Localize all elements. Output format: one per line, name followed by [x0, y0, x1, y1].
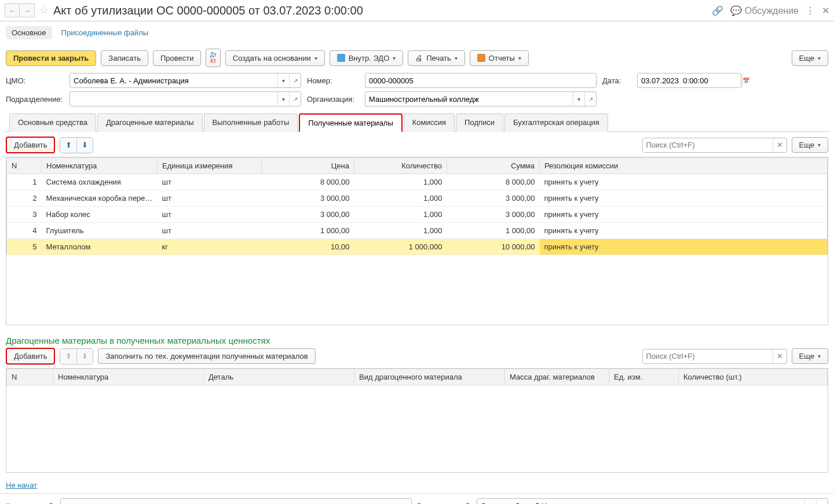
precious-col-header[interactable]: Количество (шт.) — [679, 369, 828, 385]
tab-0[interactable]: Основные средства — [9, 113, 96, 132]
move-down-button[interactable]: ⬇ — [76, 138, 93, 153]
tab-2[interactable]: Выполненные работы — [204, 113, 298, 132]
edo-icon — [337, 54, 345, 62]
discussion-button[interactable]: 💬 Обсуждение — [730, 5, 799, 16]
precious-search[interactable]: ✕ — [642, 349, 787, 364]
date-label: Дата: — [602, 76, 631, 85]
chevron-down-icon: ▾ — [314, 55, 317, 61]
precious-col-header[interactable]: Деталь — [204, 369, 354, 385]
page-title: Акт об утилизации ОС 0000-000005 от 03.0… — [53, 4, 712, 17]
cmo-label: ЦМО: — [6, 76, 64, 85]
create-based-on-button[interactable]: Создать на основании▾ — [225, 50, 325, 66]
comment-label: Комментарий: — [6, 502, 56, 505]
chevron-down-icon[interactable]: ▾ — [277, 73, 289, 87]
table-row[interactable]: 2Механическая коробка пере…шт3 000,001,0… — [7, 190, 828, 207]
nav-back-button[interactable]: ← — [5, 3, 20, 17]
add-material-button[interactable]: Добавить — [6, 137, 55, 153]
tab-4[interactable]: Комиссия — [404, 113, 455, 132]
fill-from-docs-button[interactable]: Заполнить по тех. документации полученны… — [98, 348, 315, 364]
dept-label: Подразделение: — [6, 95, 64, 104]
report-icon — [477, 54, 485, 62]
table-row[interactable]: 4Глушительшт1 000,001,0001 000,00принять… — [7, 223, 828, 239]
clear-search-icon[interactable]: ✕ — [773, 138, 787, 152]
clear-search-icon[interactable]: ✕ — [773, 350, 787, 363]
move-down-button[interactable]: ⬇ — [76, 349, 93, 364]
precious-col-header[interactable]: Масса драг. материалов — [505, 369, 609, 385]
tab-3[interactable]: Полученные материалы — [299, 113, 403, 132]
chevron-down-icon[interactable]: ▾ — [277, 92, 289, 106]
materials-search[interactable]: ✕ — [642, 138, 787, 153]
close-icon[interactable]: ✕ — [822, 5, 829, 16]
materials-col-header[interactable]: Резолюция комиссии — [540, 158, 828, 174]
materials-col-header[interactable]: Цена — [262, 158, 354, 174]
chevron-down-icon: ▾ — [818, 55, 821, 61]
chevron-down-icon: ▾ — [393, 55, 396, 61]
org-label: Организация: — [307, 95, 359, 104]
post-button[interactable]: Провести — [153, 50, 202, 66]
materials-more-button[interactable]: Еще▾ — [792, 137, 828, 153]
favorite-icon[interactable]: ☆ — [39, 4, 49, 17]
number-field[interactable] — [365, 73, 597, 88]
chevron-down-icon: ▾ — [518, 55, 521, 61]
precious-section-title: Драгоценные материалы в полученных матер… — [0, 330, 834, 348]
chevron-down-icon: ▾ — [818, 353, 821, 359]
more-button[interactable]: Еще▾ — [792, 50, 828, 66]
printer-icon: 🖨 — [415, 54, 423, 62]
org-field[interactable]: ▾ ↗ — [365, 91, 597, 106]
chevron-down-icon: ▾ — [818, 142, 821, 148]
add-precious-button[interactable]: Добавить — [6, 348, 55, 365]
edo-button[interactable]: Внутр. ЭДО▾ — [330, 50, 404, 66]
responsible-field[interactable]: ▾ ↗ — [477, 498, 828, 504]
save-button[interactable]: Записать — [101, 50, 148, 66]
kebab-menu-icon[interactable]: ⋮ — [806, 5, 815, 16]
open-icon[interactable]: ↗ — [584, 92, 596, 106]
open-icon[interactable]: ↗ — [816, 499, 828, 504]
responsible-label: Ответственный: — [416, 502, 472, 505]
materials-table[interactable]: NНоменклатураЕдиница измеренияЦенаКоличе… — [6, 157, 828, 255]
open-icon[interactable]: ↗ — [289, 92, 301, 106]
materials-col-header[interactable]: Единица измерения — [158, 158, 262, 174]
tab-6[interactable]: Бухгалтерская операция — [504, 113, 608, 132]
table-row[interactable]: 3Набор колесшт3 000,001,0003 000,00приня… — [7, 207, 828, 223]
precious-col-header[interactable]: Номенклатура — [53, 369, 204, 385]
chevron-down-icon: ▾ — [455, 55, 458, 61]
precious-col-header[interactable]: Ед. изм. — [609, 369, 679, 385]
calendar-icon[interactable]: 📅 — [742, 73, 749, 87]
subnav-main[interactable]: Основное — [6, 26, 52, 39]
materials-col-header[interactable]: Номенклатура — [42, 158, 158, 174]
print-button[interactable]: 🖨Печать▾ — [408, 50, 465, 66]
chevron-down-icon[interactable]: ▾ — [804, 499, 816, 504]
table-row[interactable]: 1Система охлажденияшт8 000,001,0008 000,… — [7, 174, 828, 190]
dtkt-button[interactable]: ДтКт — [206, 49, 220, 67]
comment-field[interactable] — [60, 498, 412, 504]
dept-field[interactable]: ▾ ↗ — [70, 91, 301, 106]
status-link[interactable]: Не начат — [6, 481, 37, 490]
materials-col-header[interactable]: N — [7, 158, 42, 174]
link-icon[interactable]: 🔗 — [712, 5, 723, 16]
date-field[interactable]: 📅 — [637, 73, 741, 88]
materials-col-header[interactable]: Количество — [354, 158, 447, 174]
nav-forward-button[interactable]: → — [20, 3, 35, 17]
open-icon[interactable]: ↗ — [289, 73, 301, 87]
post-and-close-button[interactable]: Провести и закрыть — [6, 50, 96, 66]
tab-1[interactable]: Драгоценные материалы — [97, 113, 203, 132]
subnav-attached-files[interactable]: Присоединенные файлы — [61, 28, 149, 37]
move-up-button[interactable]: ⬆ — [60, 349, 76, 364]
table-row[interactable]: 5Металлоломкг10,001 000,00010 000,00прин… — [7, 239, 828, 255]
materials-col-header[interactable]: Сумма — [447, 158, 540, 174]
reports-button[interactable]: Отчеты▾ — [470, 50, 529, 66]
chevron-down-icon[interactable]: ▾ — [573, 92, 584, 106]
cmo-field[interactable]: ▾ ↗ — [70, 73, 301, 88]
number-label: Номер: — [307, 76, 359, 85]
precious-col-header[interactable]: Вид драгоценного материала — [354, 369, 505, 385]
move-up-button[interactable]: ⬆ — [60, 138, 76, 153]
tab-5[interactable]: Подписи — [456, 113, 503, 132]
precious-table[interactable]: NНоменклатураДетальВид драгоценного мате… — [6, 369, 828, 385]
precious-col-header[interactable]: N — [7, 369, 53, 385]
precious-more-button[interactable]: Еще▾ — [792, 348, 828, 364]
